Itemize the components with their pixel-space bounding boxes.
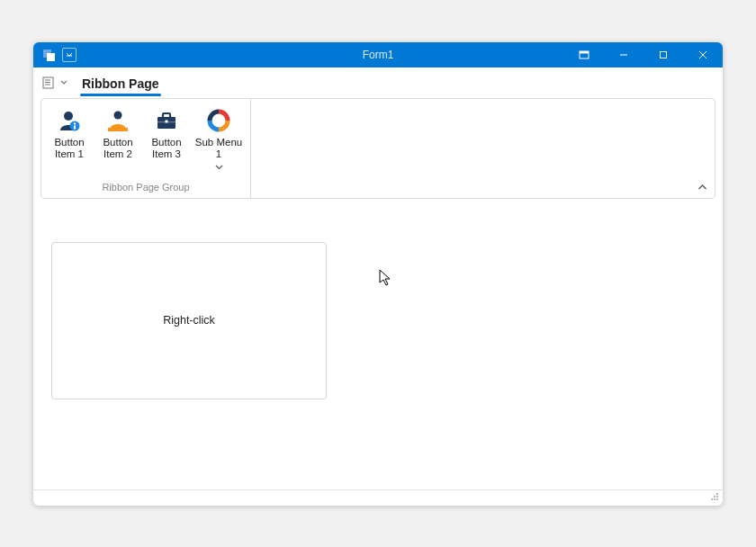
right-click-panel[interactable]: Right-click — [51, 242, 327, 399]
right-click-panel-label: Right-click — [163, 314, 215, 327]
app-window: Form1 — [33, 42, 723, 506]
donut-chart-icon — [204, 108, 233, 133]
ribbon-page-group: Button Item 1 Button Item 2 — [41, 99, 251, 198]
briefcase-icon — [152, 108, 181, 133]
sub-menu-1-label: Sub Menu 1 — [193, 137, 245, 160]
svg-point-24 — [714, 496, 716, 498]
resize-grip-icon[interactable] — [710, 492, 719, 503]
file-menu-icon[interactable] — [42, 76, 68, 89]
sub-menu-1[interactable]: Sub Menu 1 — [193, 106, 245, 178]
ribbon-tabs-row: Ribbon Page — [40, 67, 716, 98]
svg-point-26 — [711, 498, 713, 500]
button-item-2[interactable]: Button Item 2 — [95, 106, 140, 178]
svg-point-25 — [716, 496, 718, 498]
svg-point-23 — [716, 493, 718, 495]
close-button[interactable] — [683, 42, 723, 67]
svg-rect-3 — [580, 51, 589, 54]
svg-rect-5 — [661, 51, 667, 58]
svg-rect-15 — [74, 125, 76, 129]
titlebar-controls — [564, 42, 723, 67]
ribbon: Ribbon Page — [33, 67, 723, 199]
svg-rect-19 — [163, 113, 170, 118]
button-item-2-label: Button Item 2 — [103, 137, 132, 160]
minimize-button[interactable] — [604, 42, 644, 67]
svg-point-28 — [716, 498, 718, 500]
button-item-3-label: Button Item 3 — [151, 137, 181, 160]
ribbon-panel: Button Item 1 Button Item 2 — [40, 98, 716, 199]
button-item-1[interactable]: Button Item 1 — [47, 106, 92, 178]
maximize-button[interactable] — [644, 42, 683, 67]
chevron-down-icon — [215, 162, 223, 172]
content-area: Right-click — [33, 199, 723, 489]
titlebar: Form1 — [33, 42, 723, 67]
button-item-3[interactable]: Button Item 3 — [144, 106, 189, 178]
app-icon — [42, 48, 57, 62]
svg-point-12 — [64, 112, 73, 121]
cursor-icon — [379, 269, 393, 290]
ribbon-display-options[interactable] — [564, 42, 604, 67]
button-item-1-label: Button Item 1 — [54, 137, 84, 160]
quick-access-dropdown[interactable] — [62, 48, 76, 62]
svg-rect-1 — [47, 53, 55, 61]
tab-ribbon-page[interactable]: Ribbon Page — [80, 71, 161, 94]
svg-rect-21 — [166, 120, 168, 122]
svg-point-27 — [714, 498, 716, 500]
svg-rect-17 — [108, 128, 128, 131]
ribbon-group-items: Button Item 1 Button Item 2 — [47, 106, 245, 178]
svg-rect-14 — [74, 122, 76, 124]
collapse-ribbon-icon[interactable] — [698, 182, 707, 193]
svg-point-16 — [114, 111, 122, 119]
titlebar-left — [33, 48, 76, 62]
ribbon-group-caption: Ribbon Page Group — [47, 178, 245, 196]
user-orange-icon — [104, 108, 132, 133]
user-info-icon — [55, 108, 84, 133]
statusbar — [33, 489, 723, 506]
